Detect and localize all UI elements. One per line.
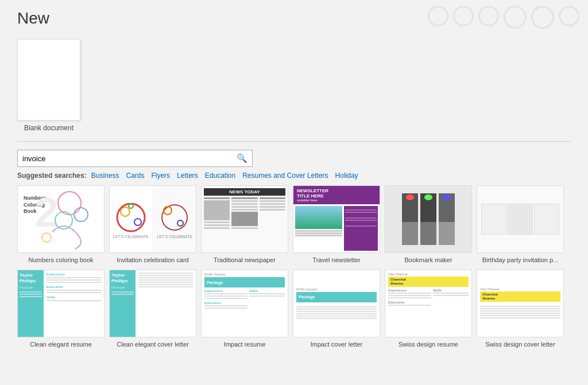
suggested-cards[interactable]: Cards	[126, 172, 144, 180]
deco-circles	[419, 0, 588, 34]
impact-heading-edu: Education	[204, 301, 247, 305]
blank-doc-section: Blank document	[17, 39, 571, 132]
swiss-col-l: Experience Education	[388, 289, 431, 335]
news-line	[231, 227, 257, 229]
search-area: 🔍 Suggested searches: Business Cards Fly…	[17, 150, 571, 180]
swiss-cline	[480, 313, 560, 314]
template-label-clean-resume: Clean elegant resume	[17, 340, 105, 348]
template-impact-resume[interactable]: Robin Zupanc Package Experience Educatio…	[201, 270, 288, 348]
resume-heading-exp: Experience	[47, 273, 101, 276]
bookmark-photo-1	[402, 222, 418, 245]
deco-circle-2	[453, 6, 474, 26]
svg-point-9	[164, 207, 172, 215]
resume-rline	[47, 279, 101, 281]
nl-line	[345, 225, 377, 227]
nl-body	[293, 204, 380, 252]
swiss-cline	[480, 315, 560, 316]
news-line	[231, 203, 257, 205]
suggested-resumes[interactable]: Resumes and Cover Letters	[242, 172, 328, 180]
swiss-cover-label: Otto Pfanner	[480, 287, 560, 291]
cover-name: TaylorPhillips	[111, 273, 134, 283]
nl-subtitle: subtitle here	[297, 199, 376, 202]
template-thumb-impact-cover: Robin Zupanc Package	[293, 270, 380, 337]
swiss-cover-body	[480, 306, 560, 320]
deco-circle-4	[559, 6, 579, 26]
template-invitation-card[interactable]: LET'S CELEBRATE LET'S CELEBRATE	[109, 185, 196, 264]
invitation-inner: LET'S CELEBRATE LET'S CELEBRATE	[110, 186, 196, 252]
template-newsletter[interactable]: NEWSLETTER TITLE HERE subtitle here	[293, 185, 380, 264]
template-swiss-resume[interactable]: Otto Pfanner ChanchalSharma Experience E…	[385, 270, 472, 348]
template-label-clean-cover: Clean elegant cover letter	[109, 340, 196, 348]
bookmark-inner-1	[402, 193, 418, 245]
template-clean-resume[interactable]: TaylorPhillips Package Experience	[17, 270, 105, 348]
swiss-cline	[480, 306, 560, 307]
template-label-impact-cover: Impact cover letter	[293, 340, 380, 348]
swiss-cover-header: ChanchalSharma	[480, 291, 560, 302]
resume-heading-skills: Skills	[47, 295, 101, 299]
template-thumb-clean-cover: TaylorPhillips Package	[109, 270, 196, 337]
news-line	[260, 197, 285, 199]
template-label-invitation: Invitation celebration card	[109, 256, 196, 264]
deco-spiral-1	[504, 6, 527, 29]
cover-rline	[138, 286, 193, 287]
impact-line	[204, 308, 247, 309]
template-swiss-cover[interactable]: Otto Pfanner ChanchalSharma	[477, 270, 564, 348]
templates-row-1: NumbersColoringBook 2 Numbers coloring b…	[17, 185, 571, 264]
impact-heading-skills: Skills	[249, 289, 285, 293]
nl-topic	[295, 235, 342, 236]
swiss-line	[433, 295, 469, 296]
svg-point-8	[162, 205, 187, 230]
deco-spiral-2	[531, 6, 554, 29]
swiss-cline	[480, 317, 560, 318]
svg-point-5	[121, 207, 130, 216]
impact-cover-body	[296, 306, 377, 320]
suggested-holiday[interactable]: Holiday	[335, 172, 358, 180]
cover-rline	[138, 284, 193, 285]
impact-heading-exp: Experience	[204, 289, 247, 293]
blank-document-thumb[interactable]	[17, 39, 80, 120]
page-container: New Blank document 🔍 Suggested searches:…	[0, 0, 588, 385]
search-input[interactable]	[18, 150, 232, 166]
bookmark-strip-3	[439, 193, 455, 245]
suggested-label: Suggested searches:	[17, 172, 87, 180]
suggested-business[interactable]: Business	[91, 172, 119, 180]
resume-line	[20, 294, 42, 295]
impact-line	[204, 305, 247, 306]
bookmark-strip-2	[420, 193, 436, 245]
nl-topic	[295, 232, 342, 234]
search-button[interactable]: 🔍	[232, 153, 252, 164]
news-line	[260, 200, 285, 202]
impact-line	[249, 293, 285, 294]
template-impact-cover[interactable]: Robin Zupanc Package Im	[293, 270, 380, 348]
news-line	[204, 221, 230, 223]
impact-cols: Experience Education Skills	[204, 289, 285, 335]
bookmark-photo-2	[420, 222, 436, 245]
suggested-education[interactable]: Education	[205, 172, 235, 180]
template-thumb-impact-resume: Robin Zupanc Package Experience Educatio…	[201, 270, 288, 337]
resume-line	[20, 296, 42, 297]
template-thumb-invitation: LET'S CELEBRATE LET'S CELEBRATE	[109, 185, 196, 253]
svg-point-10	[177, 220, 183, 226]
bookmark-inner-2	[420, 193, 436, 245]
impact-cover-header: Package	[296, 292, 377, 302]
impact-col-r: Skills	[249, 289, 285, 335]
swiss-line	[388, 295, 431, 296]
impact-cline	[296, 318, 377, 319]
impact-name: Package	[207, 281, 223, 285]
swiss-cline	[480, 308, 560, 309]
cover-left: TaylorPhillips Package	[110, 270, 136, 337]
template-birthday[interactable]: Birthday party invitation p...	[477, 185, 564, 264]
suggested-letters[interactable]: Letters	[177, 172, 198, 180]
suggested-flyers[interactable]: Flyers	[151, 172, 170, 180]
impact-cline	[296, 309, 377, 310]
template-coloring-book[interactable]: NumbersColoringBook 2 Numbers coloring b…	[17, 185, 105, 264]
deco-circle-1	[428, 6, 448, 26]
template-label-newspaper: Traditional newspaper	[201, 256, 288, 264]
bookmark-strip-1	[402, 193, 418, 245]
template-newspaper[interactable]: NEWS TODAY	[201, 185, 288, 264]
cover-line	[111, 291, 134, 293]
cover-rline	[138, 279, 193, 281]
template-clean-cover[interactable]: TaylorPhillips Package	[109, 270, 196, 348]
template-bookmark[interactable]: Bookmark maker	[385, 185, 472, 264]
swiss-name: ChanchalSharma	[390, 278, 406, 286]
